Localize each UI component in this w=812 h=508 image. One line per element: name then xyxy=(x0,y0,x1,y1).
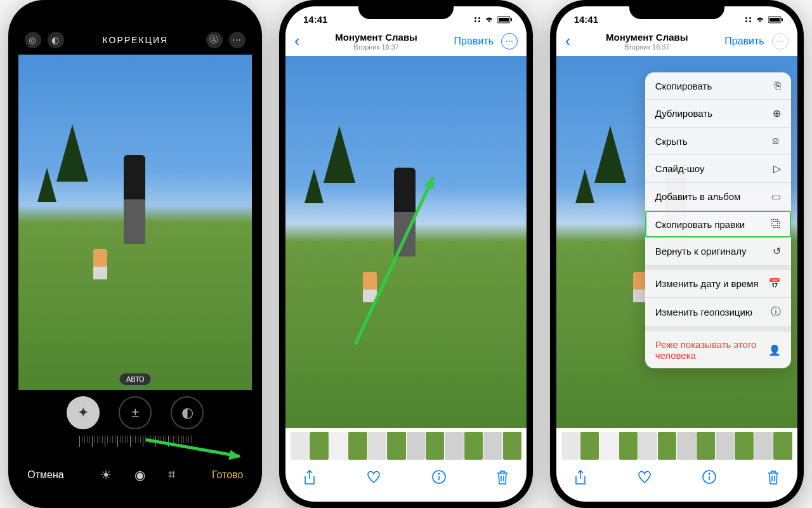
phone-editor: ◎ ◐ КОРРЕКЦИЯ Ⓐ ⋯ АВТО ✦ ± ◐ xyxy=(8,0,262,508)
markup-icon[interactable]: Ⓐ xyxy=(206,32,223,48)
delete-icon[interactable] xyxy=(767,470,780,485)
menu-change-geo[interactable]: Изменить геопозициюⓘ xyxy=(645,298,791,327)
copy-icon: ⎘ xyxy=(775,80,781,91)
delete-icon[interactable] xyxy=(496,470,509,485)
context-menu: Скопировать⎘ Дублировать⊕ Скрыть⦻ Слайд-… xyxy=(645,72,791,368)
edit-button[interactable]: Править xyxy=(450,36,497,47)
menu-revert[interactable]: Вернуть к оригиналу↺ xyxy=(645,237,791,265)
cancel-button[interactable]: Отмена xyxy=(27,469,63,481)
menu-duplicate[interactable]: Дублировать⊕ xyxy=(645,100,791,128)
info-icon[interactable] xyxy=(432,470,446,485)
revert-icon: ↺ xyxy=(773,245,781,257)
favorite-icon[interactable] xyxy=(637,470,652,485)
favorite-icon[interactable] xyxy=(366,470,381,485)
person-icon: 👤 xyxy=(768,344,781,356)
motion-icon[interactable]: ◐ xyxy=(48,32,64,48)
menu-hide-person[interactable]: Реже показывать этого человека👤 xyxy=(645,327,791,368)
phone-viewer: 14:41 ‹ Монумент Славы Вторник 16:37 Пра… xyxy=(279,0,533,508)
adjustment-slider[interactable] xyxy=(15,429,256,461)
info-icon: ⓘ xyxy=(771,305,781,319)
svg-point-4 xyxy=(438,473,440,474)
photo-title: Монумент Славы xyxy=(573,32,721,43)
play-icon: ▷ xyxy=(773,163,781,175)
edit-button[interactable]: Править xyxy=(721,36,768,47)
album-icon: ▭ xyxy=(771,190,781,203)
thumbnail-strip[interactable] xyxy=(556,428,797,464)
calendar-icon: 📅 xyxy=(768,277,781,290)
menu-copy-edits[interactable]: Скопировать правки⿻ xyxy=(645,211,791,237)
photo-preview[interactable]: АВТО xyxy=(18,55,252,390)
phone-menu: 14:41 ‹ Монумент Славы Вторник 16:37 Пра… xyxy=(550,0,804,508)
crop-tab-icon[interactable]: ⌗ xyxy=(168,467,175,483)
share-icon[interactable] xyxy=(303,470,316,485)
info-icon[interactable] xyxy=(702,470,716,485)
thumbnail-strip[interactable] xyxy=(285,428,527,464)
status-icons xyxy=(475,16,513,23)
menu-slideshow[interactable]: Слайд-шоу▷ xyxy=(645,155,791,183)
duplicate-icon: ⊕ xyxy=(773,107,781,119)
svg-rect-7 xyxy=(782,18,783,21)
more-button[interactable]: ⋯ xyxy=(772,33,789,50)
exposure-button[interactable]: ± xyxy=(119,396,152,429)
menu-add-album[interactable]: Добавить в альбом▭ xyxy=(645,183,791,211)
done-button[interactable]: Готово xyxy=(212,469,243,481)
svg-rect-2 xyxy=(511,18,512,21)
back-button[interactable]: ‹ xyxy=(563,31,573,51)
auto-enhance-button[interactable]: ✦ xyxy=(67,396,100,429)
photo-subtitle: Вторник 16:37 xyxy=(303,43,450,51)
menu-hide[interactable]: Скрыть⦻ xyxy=(645,128,791,155)
more-icon[interactable]: ⋯ xyxy=(229,32,246,48)
adjust-tab-icon[interactable]: ☀ xyxy=(100,467,112,483)
back-button[interactable]: ‹ xyxy=(292,31,303,51)
auto-badge: АВТО xyxy=(120,373,151,385)
menu-change-date[interactable]: Изменить дату и время📅 xyxy=(645,265,791,298)
status-time: 14:41 xyxy=(574,14,598,25)
svg-rect-1 xyxy=(499,18,509,22)
photo-subtitle: Вторник 16:37 xyxy=(573,43,721,51)
editor-title: КОРРЕКЦИЯ xyxy=(64,35,206,45)
share-icon[interactable] xyxy=(574,470,587,485)
live-photo-icon[interactable]: ◎ xyxy=(25,32,41,48)
status-icons xyxy=(745,16,783,23)
svg-rect-6 xyxy=(769,18,780,22)
menu-copy[interactable]: Скопировать⎘ xyxy=(645,72,791,100)
hide-icon: ⦻ xyxy=(771,135,781,147)
copy-edits-icon: ⿻ xyxy=(771,218,781,230)
photo-view[interactable] xyxy=(285,56,527,428)
filters-tab-icon[interactable]: ◉ xyxy=(134,467,145,483)
more-button[interactable]: ⋯ xyxy=(501,33,518,50)
status-time: 14:41 xyxy=(303,14,327,25)
brilliance-button[interactable]: ◐ xyxy=(171,396,204,429)
photo-title: Монумент Славы xyxy=(303,32,450,43)
svg-point-9 xyxy=(709,473,710,474)
